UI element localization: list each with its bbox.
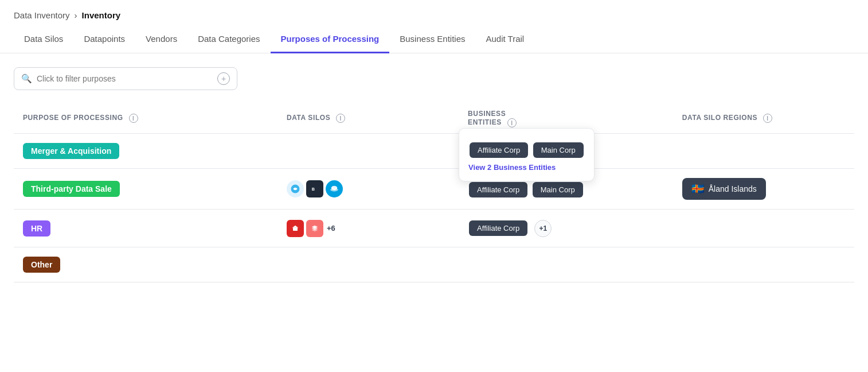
table-row: Third-party Data Sale	[14, 169, 854, 210]
breadcrumb-parent[interactable]: Data Inventory	[14, 10, 70, 20]
table-row: HR	[14, 210, 854, 247]
region-badge-aland[interactable]: 🇦🇽 Åland Islands	[682, 178, 766, 200]
regions-cell-other	[673, 247, 854, 282]
silo-icons: B	[287, 180, 449, 197]
purpose-tag-merger[interactable]: Merger & Acquisition	[23, 143, 119, 159]
silo-icons: +6	[287, 220, 449, 237]
purpose-cell: Third-party Data Sale	[14, 169, 277, 210]
table-row: Merger & Acquisition Affiliate Corp Main…	[14, 134, 854, 169]
tab-business-entities[interactable]: Business Entities	[389, 26, 475, 53]
entity-badge-hr: Affiliate Corp	[469, 220, 527, 236]
entity-badge-affiliate: Affiliate Corp	[470, 142, 528, 158]
entity-badge: Main Corp	[533, 182, 583, 197]
silos-cell-other	[277, 247, 459, 282]
col-header-regions: DATA SILO REGIONS i	[673, 104, 854, 134]
entities-cell-other	[459, 247, 673, 282]
info-icon-silos[interactable]: i	[336, 114, 345, 123]
purpose-cell: Other	[14, 247, 277, 282]
silo-icon-1[interactable]	[287, 180, 304, 197]
main-content: 🔍 + PURPOSE OF PROCESSING i DATA SILOS i	[0, 53, 868, 297]
info-icon-regions[interactable]: i	[763, 114, 772, 123]
tab-vendors[interactable]: Vendors	[135, 26, 187, 53]
entity-badge: Affiliate Corp	[469, 182, 527, 197]
col-entities-label: BUSINESSENTITIES	[468, 110, 506, 127]
entities-plus-count[interactable]: +1	[534, 220, 552, 237]
entity-badge-main: Main Corp	[533, 142, 584, 158]
silo-icon-red[interactable]	[287, 220, 304, 237]
tab-data-categories[interactable]: Data Categories	[187, 26, 270, 53]
silo-icon-3[interactable]	[326, 180, 343, 197]
info-icon-entities[interactable]: i	[507, 118, 517, 127]
breadcrumb-current: Inventory	[82, 10, 121, 20]
silos-cell-merger	[277, 134, 459, 169]
silos-cell-hr: +6	[277, 210, 459, 247]
regions-cell-merger	[673, 134, 854, 169]
tab-datapoints[interactable]: Datapoints	[73, 26, 135, 53]
silo-icon-layered[interactable]	[306, 220, 323, 237]
filter-bar[interactable]: 🔍 +	[14, 67, 237, 90]
view-entities-link[interactable]: View 2 Business Entities	[468, 163, 585, 172]
tabs-nav: Data Silos Datapoints Vendors Data Categ…	[0, 26, 868, 53]
regions-cell-hr	[673, 210, 854, 247]
region-name: Åland Islands	[709, 184, 757, 193]
purpose-cell: HR	[14, 210, 277, 247]
entities-cell-hr: Affiliate Corp +1	[459, 210, 673, 247]
table-header-row: PURPOSE OF PROCESSING i DATA SILOS i BUS…	[14, 104, 854, 134]
purpose-tag-hr[interactable]: HR	[23, 220, 50, 237]
silos-plus-count: +6	[327, 224, 335, 232]
col-header-silos: DATA SILOS i	[277, 104, 459, 134]
silo-icon-2[interactable]: B	[306, 180, 323, 197]
flag-icon: 🇦🇽	[691, 183, 704, 195]
table-row: Other	[14, 247, 854, 282]
svg-point-4	[330, 188, 338, 192]
purpose-cell: Merger & Acquisition	[14, 134, 277, 169]
purposes-table: PURPOSE OF PROCESSING i DATA SILOS i BUS…	[14, 104, 854, 283]
purpose-tag-third-party[interactable]: Third-party Data Sale	[23, 181, 120, 197]
entities-cell-merger: Affiliate Corp Main Corp View 2 Business…	[459, 134, 673, 169]
regions-cell-third-party: 🇦🇽 Åland Islands	[673, 169, 854, 210]
entities-popup: Affiliate Corp Main Corp View 2 Business…	[459, 128, 595, 181]
tab-audit-trail[interactable]: Audit Trail	[476, 26, 535, 53]
search-icon: 🔍	[21, 73, 32, 84]
svg-rect-6	[293, 227, 298, 230]
info-icon-purpose[interactable]: i	[129, 114, 138, 123]
purpose-tag-other[interactable]: Other	[23, 257, 60, 273]
col-header-purpose: PURPOSE OF PROCESSING i	[14, 104, 277, 134]
add-filter-icon[interactable]: +	[217, 72, 230, 85]
filter-input[interactable]	[37, 74, 213, 83]
breadcrumb-chevron: ›	[75, 10, 77, 20]
breadcrumb: Data Inventory › Inventory	[0, 0, 868, 26]
svg-text:B: B	[312, 187, 315, 192]
silos-cell-third-party: B	[277, 169, 459, 210]
tab-purposes-of-processing[interactable]: Purposes of Processing	[271, 26, 390, 53]
tab-data-silos[interactable]: Data Silos	[14, 26, 73, 53]
